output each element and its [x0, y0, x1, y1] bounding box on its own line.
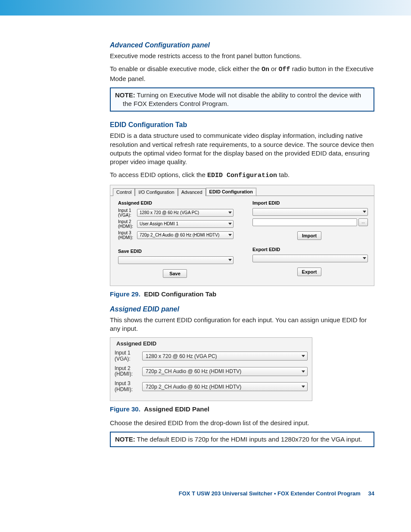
note-text: Turning on Executive Mode will not disab… [137, 91, 361, 99]
note-box-exec-mode: NOTE: Turning on Executive Mode will not… [110, 87, 374, 112]
chevron-down-icon [228, 259, 232, 261]
note-box-default-edid: NOTE: The default EDID is 720p for the H… [110, 432, 374, 447]
assigned-edid-panel-title: Assigned EDID [116, 340, 308, 347]
dropdown-value: 720p 2_CH Audio @ 60 Hz (HDMI HDTV) [146, 384, 241, 390]
heading-assigned-edid: Assigned EDID panel [110, 305, 374, 313]
tab-advanced[interactable]: Advanced [178, 188, 206, 196]
save-button[interactable]: Save [163, 269, 187, 278]
heading-edid-config: EDID Configuration Tab [110, 121, 374, 129]
chevron-down-icon [228, 212, 232, 214]
figure-30-caption: Figure 30. Assigned EDID Panel [110, 405, 374, 413]
assigned-edid-title: Assigned EDID [118, 200, 234, 205]
para-choose-edid: Choose the desired EDID from the drop-do… [110, 419, 374, 427]
input2-edid-dropdown[interactable]: User Assign HDMI 1 [137, 220, 234, 228]
input2-label: Input 2 (HDMI): [116, 219, 137, 229]
text: tab. [277, 171, 290, 178]
text-off: Off [279, 66, 290, 73]
p2-input3-label: Input 3 (HDMI): [115, 381, 142, 393]
p2-input2-dropdown[interactable]: 720p 2_CH Audio @ 60 Hz (HDMI HDTV) [142, 367, 308, 376]
dropdown-value: 1280 x 720 @ 60 Hz (VGA PC) [140, 210, 199, 215]
note-text-line2: the FOX Extenders Control Program. [115, 100, 369, 108]
text: To access EDID options, click the [110, 171, 207, 178]
input3-edid-dropdown[interactable]: 720p 2_CH Audio @ 60 Hz (HDMI HDTV) [137, 231, 234, 239]
para-edid-access: To access EDID options, click the EDID C… [110, 171, 374, 180]
tab-edid-configuration[interactable]: EDID Configuration [206, 188, 256, 196]
para-assigned-edid-desc: This shows the current EDID configuratio… [110, 316, 374, 333]
note-text: The default EDID is 720p for the HDMI in… [137, 436, 362, 443]
p2-input1-label: Input 1 (VGA): [115, 350, 142, 362]
p2-input1-dropdown[interactable]: 1280 x 720 @ 60 Hz (VGA PC) [142, 352, 308, 361]
note-label: NOTE: [115, 91, 135, 99]
export-edid-dropdown[interactable] [252, 255, 368, 262]
page-footer: FOX T USW 203 Universal Switcher • FOX E… [0, 490, 411, 514]
chevron-down-icon [363, 257, 366, 259]
chevron-down-icon [363, 211, 366, 213]
input1-label: Input 1 (VGA): [116, 208, 137, 218]
input1-edid-dropdown[interactable]: 1280 x 720 @ 60 Hz (VGA PC) [137, 209, 234, 217]
p2-input2-label: Input 2 (HDMI): [115, 366, 142, 378]
para-exec-mode-desc: Executive mode restricts access to the f… [110, 52, 374, 60]
page-header-bar [0, 0, 411, 16]
text-mono: EDID Configuration [207, 172, 277, 179]
dropdown-value: User Assign HDMI 1 [140, 221, 178, 226]
save-edid-title: Save EDID [118, 249, 234, 254]
tab-bar: Control I/O Configuration Advanced EDID … [110, 185, 374, 196]
tab-control[interactable]: Control [113, 188, 135, 196]
chevron-down-icon [302, 355, 305, 357]
chevron-down-icon [228, 234, 232, 236]
input3-label: Input 3 (HDMI): [116, 230, 137, 240]
export-edid-title: Export EDID [252, 247, 368, 252]
chevron-down-icon [228, 223, 232, 225]
chevron-down-icon [302, 386, 305, 388]
export-button[interactable]: Export [297, 268, 322, 276]
dropdown-value: 1280 x 720 @ 60 Hz (VGA PC) [146, 353, 217, 359]
chevron-down-icon [302, 370, 305, 373]
para-edid-desc: EDID is a data structure used to communi… [110, 131, 374, 166]
save-edid-dropdown[interactable] [118, 256, 234, 264]
figure-29-caption: Figure 29. EDID Configuration Tab [110, 290, 374, 298]
tab-io-configuration[interactable]: I/O Configuration [135, 188, 177, 196]
browse-button[interactable]: ... [358, 218, 368, 226]
import-edid-title: Import EDID [252, 200, 368, 205]
dropdown-value: 720p 2_CH Audio @ 60 Hz (HDMI HDTV) [140, 233, 219, 237]
p2-input3-dropdown[interactable]: 720p 2_CH Audio @ 60 Hz (HDMI HDTV) [142, 382, 308, 391]
assigned-edid-panel: Assigned EDID Input 1 (VGA): 1280 x 720 … [110, 337, 312, 401]
edid-config-panel: Control I/O Configuration Advanced EDID … [110, 185, 374, 286]
heading-advanced-config: Advanced Configuration panel [110, 41, 374, 49]
import-button[interactable]: Import [297, 231, 321, 240]
text-on: On [262, 66, 269, 73]
text: To enable or disable executive mode, cli… [110, 65, 262, 72]
import-file-path[interactable] [252, 218, 357, 226]
text: or [269, 65, 279, 72]
para-exec-mode-howto: To enable or disable executive mode, cli… [110, 65, 374, 83]
note-label: NOTE: [115, 436, 135, 443]
import-edid-dropdown[interactable] [252, 208, 368, 216]
dropdown-value: 720p 2_CH Audio @ 60 Hz (HDMI HDTV) [146, 368, 241, 374]
